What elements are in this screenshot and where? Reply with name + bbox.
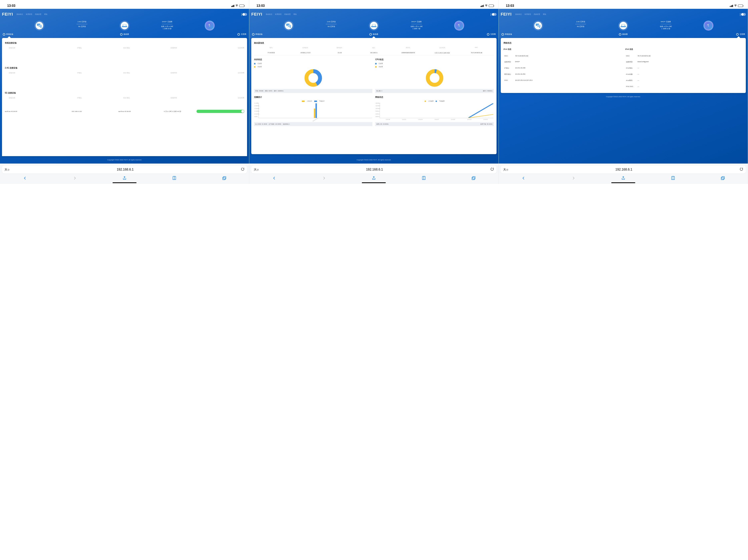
memory-donut-chart (304, 69, 322, 87)
home-indicator[interactable] (113, 182, 137, 183)
status-bar: 13:03 (0, 0, 249, 9)
5g-section: 5G 连接设备 设备名称IP地址MAC地址在线时间访问外网 aa:f5:ac:4… (5, 92, 244, 114)
screen-internet: 13:03 FEIYI路由状态常用管理高级设置帮助| 2.4G 已开启5G 已开… (499, 0, 748, 184)
svg-rect-15 (472, 177, 475, 179)
category-row: 终端设备 路由器 互联网 (2, 32, 247, 38)
nav-tabs: 路由状态 常用管理 高级设置 帮助 (17, 13, 47, 16)
wifi-status: 2.4G 已开启5G 已开启 (76, 21, 88, 30)
tab-advanced[interactable]: 高级设置 (534, 13, 540, 16)
svg-rect-3 (122, 26, 127, 27)
theme-toggle[interactable] (242, 13, 247, 16)
tab-manage[interactable]: 常用管理 (275, 13, 281, 16)
share-icon[interactable] (372, 176, 376, 181)
cellular-icon (730, 5, 733, 7)
brand-logo: FEIYI (251, 12, 262, 17)
url-field[interactable]: 大小 192.168.6.1 (2, 166, 247, 173)
brand-logo: FEIYI (501, 12, 512, 17)
url-field[interactable]: 大小192.168.6.1 (501, 166, 746, 173)
reload-icon[interactable] (490, 167, 494, 172)
home-indicator[interactable] (362, 182, 386, 183)
battery-icon (239, 5, 244, 7)
internet-icon[interactable] (454, 21, 464, 30)
wan-status: DHCP: 已连接在线: 0 天 0 小时 1 分钟 25 秒 (161, 21, 173, 30)
tab-status[interactable]: 路由状态 (266, 13, 272, 16)
back-icon[interactable] (23, 176, 27, 181)
svg-rect-7 (288, 25, 291, 27)
devices-card: 有线连接设备 设备名称IP地址MAC地址在线时间访问外网 2.4G 连接设备 设… (2, 38, 247, 156)
cat-devices[interactable]: 终端设备 (252, 33, 333, 36)
text-size-control[interactable]: 大小 (254, 168, 259, 171)
devices-icon[interactable] (284, 21, 294, 30)
tab-advanced[interactable]: 高级设置 (35, 13, 41, 16)
home-indicator[interactable] (611, 182, 635, 183)
tab-help[interactable]: 帮助 (294, 13, 297, 16)
cat-devices[interactable]: 终端设备 (501, 33, 583, 36)
cpu-donut-chart (426, 69, 444, 87)
devices-icon[interactable] (533, 21, 543, 30)
cat-router[interactable]: 路由器 (333, 33, 414, 36)
svg-rect-19 (621, 26, 626, 27)
wifi-icon (734, 4, 737, 7)
netspeed-line-chart: 16(KB/s)12(KB/s)10(KB/s)5(KB/s)3(KB/s)0(… (380, 103, 493, 118)
cat-router[interactable]: 路由器 (583, 33, 664, 36)
router-info-row: FY-AX3010AX3010_V1.0.0V1.0.0192.168.6.12… (254, 51, 493, 55)
svg-rect-4 (223, 177, 225, 180)
router-card: 路由器信息 型号:软件版本:硬件版本:地址:序列号:运行时间:MAC: FY-A… (251, 38, 496, 154)
cat-router[interactable]: 路由器 (84, 33, 165, 36)
share-icon[interactable] (621, 176, 626, 181)
top-nav: FEIYI 路由状态 常用管理 高级设置 帮助 | (2, 11, 247, 19)
tab-help[interactable]: 帮助 (44, 13, 47, 16)
bookmarks-icon[interactable] (172, 176, 177, 181)
separator-icon: | (241, 13, 242, 16)
devices-icon[interactable] (34, 21, 44, 30)
wifi-icon (235, 4, 238, 7)
tabs-icon[interactable] (721, 176, 725, 181)
tab-manage[interactable]: 常用管理 (26, 13, 32, 16)
reload-icon[interactable] (740, 167, 743, 172)
screen-devices: 13:03 FEIYI 路由状态 常用管理 高级设置 帮助 | 2.4G 已开启… (0, 0, 249, 184)
text-size-control[interactable]: 大小 (4, 168, 9, 171)
router-icon[interactable] (369, 21, 379, 30)
netspeed-panel: 网络状态 上传速度下载速度 16(KB/s)12(KB/s)10(KB/s)5(… (375, 96, 493, 126)
network-card: 网络状态 IPv4 信息 MAC:78:71:04:00:51:A0 连接类型:… (501, 38, 746, 93)
cat-internet[interactable]: 互联网 (664, 33, 745, 36)
tabs-icon[interactable] (222, 176, 227, 181)
cpu-panel: CPU状态 已使用 未使用 核心数: 4频率: 1700MHz (375, 58, 493, 93)
text-size-control[interactable]: 大小 (503, 168, 508, 171)
svg-point-12 (427, 71, 441, 85)
back-icon[interactable] (521, 176, 526, 181)
tab-advanced[interactable]: 高级设置 (284, 13, 290, 16)
router-icon[interactable] (119, 21, 130, 30)
tab-manage[interactable]: 常用管理 (524, 13, 531, 16)
tab-help[interactable]: 帮助 (543, 13, 546, 16)
cat-internet[interactable]: 互联网 (165, 33, 246, 36)
router-icon[interactable] (618, 21, 628, 30)
theme-toggle[interactable] (492, 13, 496, 16)
bookmarks-icon[interactable] (671, 176, 675, 181)
share-icon[interactable] (122, 176, 127, 181)
svg-rect-14 (472, 177, 474, 180)
tab-status[interactable]: 路由状态 (515, 13, 522, 16)
hero-row: 2.4G 已开启5G 已开启 DHCP: 已连接在线: 0 天 0 小时 1 分… (2, 19, 247, 32)
ipv4-panel: IPv4 信息 MAC:78:71:04:00:51:A0 连接类型:DHCP … (504, 48, 621, 89)
cat-internet[interactable]: 互联网 (415, 33, 496, 36)
bookmarks-icon[interactable] (422, 176, 426, 181)
tab-status[interactable]: 路由状态 (17, 13, 23, 16)
cat-devices[interactable]: 终端设备 (3, 33, 84, 36)
internet-icon[interactable] (205, 21, 215, 30)
screen-router: 13:03 FEIYI路由状态常用管理高级设置帮助| 2.4G 已开启5G 已开… (249, 0, 498, 184)
ipv6-panel: IPv6 信息 MAC:78:71:04:00:51:A0 连接类型:AutoC… (625, 48, 743, 89)
back-icon[interactable] (272, 176, 277, 181)
wifi-icon (485, 4, 488, 7)
status-icons (231, 4, 244, 7)
url-field[interactable]: 大小192.168.6.1 (251, 166, 496, 173)
svg-rect-1 (39, 25, 42, 27)
browser-url-bar: 大小 192.168.6.1 (0, 164, 249, 175)
status-time: 13:03 (256, 4, 265, 7)
internet-icon[interactable] (703, 21, 714, 30)
reload-icon[interactable] (241, 167, 245, 172)
internet-access-toggle[interactable] (196, 110, 244, 113)
theme-toggle[interactable] (741, 13, 746, 16)
tabs-icon[interactable] (471, 176, 476, 181)
forward-icon (571, 176, 576, 181)
